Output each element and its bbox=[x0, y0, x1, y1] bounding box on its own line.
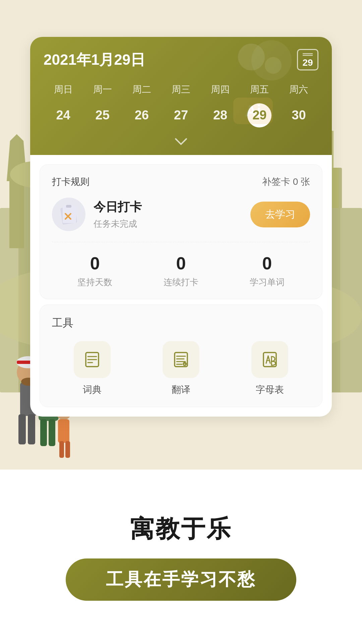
stat-words: 0 学习单词 bbox=[250, 253, 285, 288]
task-subtitle: 任务未完成 bbox=[94, 218, 242, 230]
stat-words-num: 0 bbox=[250, 253, 285, 274]
calendar-icon[interactable]: 29 bbox=[297, 49, 318, 70]
tool-dictionary[interactable]: 词典 bbox=[52, 341, 133, 396]
week-label-sat: 周六 bbox=[279, 80, 318, 99]
svg-rect-33 bbox=[58, 419, 69, 443]
svg-rect-34 bbox=[59, 441, 64, 458]
calendar-expand-chevron[interactable] bbox=[44, 132, 318, 155]
svg-text:≡: ≡ bbox=[184, 363, 185, 366]
svg-rect-35 bbox=[65, 441, 70, 458]
week-label-thu: 周四 bbox=[201, 80, 240, 99]
bottom-slogan: 寓教于乐 bbox=[130, 513, 232, 545]
stat-words-label: 学习单词 bbox=[250, 276, 285, 288]
stat-streak-label: 连续打卡 bbox=[164, 276, 198, 288]
svg-rect-28 bbox=[40, 419, 47, 446]
tool-alphabet[interactable]: 字母表 bbox=[229, 341, 310, 396]
stat-streak-num: 0 bbox=[164, 253, 198, 274]
alphabet-icon bbox=[261, 351, 279, 369]
alphabet-label: 字母表 bbox=[256, 383, 284, 396]
calendar-date-title: 2021年1月29日 bbox=[44, 50, 145, 70]
task-title: 今日打卡 bbox=[94, 199, 242, 215]
go-study-button[interactable]: 去学习 bbox=[250, 202, 310, 227]
week-dates-row: 24 25 26 27 28 29 30 bbox=[44, 104, 318, 126]
dictionary-label: 词典 bbox=[83, 383, 102, 396]
date-25[interactable]: 25 bbox=[83, 104, 122, 126]
stat-streak: 0 连续打卡 bbox=[164, 253, 198, 288]
stats-row: 0 坚持天数 0 连续打卡 0 学习单词 bbox=[52, 253, 310, 288]
svg-rect-4 bbox=[9, 181, 24, 248]
stat-persistence-label: 坚持天数 bbox=[77, 276, 112, 288]
date-26[interactable]: 26 bbox=[122, 104, 161, 126]
checkin-card: 打卡规则 补签卡 0 张 今日打卡 任务未完成 去学习 bbox=[40, 164, 322, 299]
calendar-icon-number: 29 bbox=[302, 57, 313, 68]
date-27[interactable]: 27 bbox=[161, 104, 200, 126]
svg-rect-40 bbox=[66, 205, 71, 208]
tools-card: 工具 词典 bbox=[40, 305, 322, 407]
svg-rect-22 bbox=[28, 414, 35, 444]
supplement-cards-label: 补签卡 0 张 bbox=[262, 175, 310, 188]
stat-persistence: 0 坚持天数 bbox=[77, 253, 112, 288]
week-label-sun: 周日 bbox=[44, 80, 83, 99]
stat-persistence-num: 0 bbox=[77, 253, 112, 274]
bottom-section: 寓教于乐 工具在手学习不愁 bbox=[0, 470, 362, 644]
checkin-task-row: 今日打卡 任务未完成 去学习 bbox=[52, 198, 310, 242]
week-label-fri: 周五 bbox=[240, 80, 279, 99]
task-icon bbox=[52, 198, 85, 231]
calendar-section: 2021年1月29日 29 周日 周一 周二 周三 周四 周五 周六 24 25… bbox=[30, 37, 332, 155]
translate-label: 翻译 bbox=[172, 383, 190, 396]
bottom-cta-button[interactable]: 工具在手学习不愁 bbox=[66, 558, 296, 601]
task-info: 今日打卡 任务未完成 bbox=[94, 199, 242, 230]
main-card: 2021年1月29日 29 周日 周一 周二 周三 周四 周五 周六 24 25… bbox=[30, 37, 332, 417]
dictionary-icon bbox=[83, 351, 101, 369]
tools-grid: 词典 ≡ 翻译 bbox=[52, 341, 310, 396]
checkin-rules-label: 打卡规则 bbox=[52, 175, 89, 188]
tools-section-title: 工具 bbox=[52, 316, 310, 330]
svg-rect-21 bbox=[18, 414, 26, 444]
translate-icon: ≡ bbox=[172, 351, 190, 369]
week-label-mon: 周一 bbox=[83, 80, 122, 99]
checkin-header: 打卡规则 补签卡 0 张 bbox=[52, 175, 310, 188]
tool-translate[interactable]: ≡ 翻译 bbox=[141, 341, 222, 396]
svg-rect-29 bbox=[49, 419, 55, 446]
week-label-tue: 周二 bbox=[122, 80, 161, 99]
week-labels-row: 周日 周一 周二 周三 周四 周五 周六 bbox=[44, 80, 318, 99]
translate-icon-box: ≡ bbox=[163, 341, 199, 378]
week-label-wed: 周三 bbox=[161, 80, 200, 99]
alphabet-icon-box bbox=[251, 341, 288, 378]
dictionary-icon-box bbox=[74, 341, 111, 378]
date-24[interactable]: 24 bbox=[44, 104, 83, 126]
calendar-icon-lines bbox=[303, 51, 313, 57]
date-30[interactable]: 30 bbox=[279, 104, 318, 126]
